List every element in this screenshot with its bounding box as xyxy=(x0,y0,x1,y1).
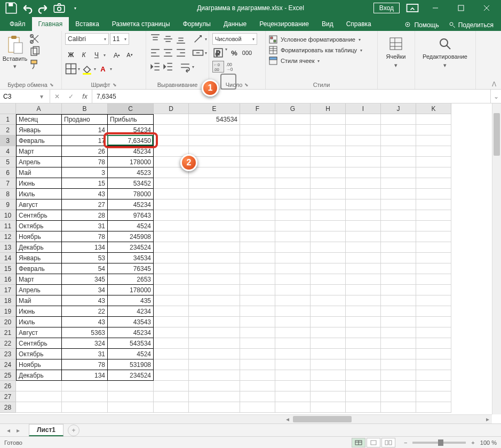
cell[interactable] xyxy=(189,146,240,157)
cell[interactable] xyxy=(189,242,240,253)
cell[interactable]: Октябрь xyxy=(16,349,62,359)
cell[interactable]: 7,63450 xyxy=(108,135,154,146)
cell[interactable] xyxy=(381,231,416,242)
row-header[interactable]: 24 xyxy=(0,359,16,370)
number-format-select[interactable]: Числовой▾ xyxy=(212,33,257,45)
cell[interactable] xyxy=(189,157,240,167)
row-header[interactable]: 9 xyxy=(0,199,16,210)
cell[interactable] xyxy=(381,285,416,295)
cell[interactable]: 45234 xyxy=(108,199,154,210)
cell-styles-button[interactable]: Стили ячеек▾ xyxy=(269,57,320,65)
cell[interactable]: 4523 xyxy=(108,167,154,178)
cell[interactable] xyxy=(240,178,275,189)
cell[interactable] xyxy=(346,231,381,242)
cell[interactable] xyxy=(346,381,381,391)
cell[interactable] xyxy=(154,274,189,285)
tab-review[interactable]: Рецензирование xyxy=(253,17,315,31)
cell[interactable] xyxy=(240,167,275,178)
cell[interactable] xyxy=(311,210,346,221)
cell[interactable] xyxy=(189,370,240,381)
cell[interactable] xyxy=(416,370,451,381)
row-header[interactable]: 26 xyxy=(0,381,16,391)
font-color-icon[interactable]: А xyxy=(97,63,109,75)
cell[interactable] xyxy=(416,295,451,306)
cell[interactable]: 324 xyxy=(62,338,108,349)
cell[interactable]: Май xyxy=(16,295,62,306)
formula-input[interactable]: 7,6345 xyxy=(92,90,490,103)
cell[interactable]: 26 xyxy=(62,146,108,157)
cell[interactable] xyxy=(416,285,451,295)
cell[interactable] xyxy=(108,381,154,391)
cell[interactable] xyxy=(189,199,240,210)
minimize-button[interactable] xyxy=(423,0,448,16)
copy-icon[interactable] xyxy=(29,46,41,58)
row-header[interactable]: 22 xyxy=(0,338,16,349)
cell[interactable] xyxy=(381,381,416,391)
cell[interactable] xyxy=(62,402,108,413)
cell[interactable] xyxy=(346,125,381,135)
cell[interactable] xyxy=(381,125,416,135)
column-header[interactable]: G xyxy=(275,103,311,114)
cell[interactable] xyxy=(240,253,275,263)
cell[interactable] xyxy=(154,125,189,135)
cell[interactable]: 234524 xyxy=(108,242,154,253)
cell[interactable]: 22 xyxy=(62,306,108,317)
cell[interactable]: 178000 xyxy=(108,285,154,295)
cell[interactable]: 43 xyxy=(62,317,108,327)
cells-button[interactable]: Ячейки ▾ xyxy=(381,33,411,71)
add-sheet-button[interactable]: + xyxy=(68,425,79,436)
cell[interactable] xyxy=(275,391,311,402)
cell[interactable]: 97643 xyxy=(108,210,154,221)
cell[interactable] xyxy=(346,189,381,199)
cell[interactable]: 4524 xyxy=(108,349,154,359)
cell[interactable] xyxy=(275,338,311,349)
tab-data[interactable]: Данные xyxy=(217,17,253,31)
align-left-icon[interactable] xyxy=(149,47,161,59)
cell[interactable] xyxy=(311,327,346,338)
row-header[interactable]: 17 xyxy=(0,285,16,295)
cell[interactable] xyxy=(311,242,346,253)
cell[interactable] xyxy=(311,231,346,242)
cell[interactable] xyxy=(311,274,346,285)
cell[interactable] xyxy=(240,210,275,221)
cell[interactable] xyxy=(189,327,240,338)
cell[interactable] xyxy=(311,285,346,295)
cell[interactable]: Июль xyxy=(16,317,62,327)
percent-format-icon[interactable]: % xyxy=(228,47,240,59)
cell[interactable] xyxy=(189,221,240,231)
accounting-format-icon[interactable]: ₽ xyxy=(212,47,224,59)
cell[interactable] xyxy=(381,210,416,221)
cell[interactable] xyxy=(416,317,451,327)
cell[interactable] xyxy=(154,178,189,189)
cell[interactable] xyxy=(154,221,189,231)
cell[interactable] xyxy=(62,391,108,402)
cell[interactable] xyxy=(189,317,240,327)
cell[interactable] xyxy=(381,253,416,263)
cell[interactable] xyxy=(311,391,346,402)
cell[interactable]: 3 xyxy=(62,167,108,178)
cell[interactable]: 4234 xyxy=(108,306,154,317)
column-header[interactable]: C xyxy=(108,103,154,114)
cell[interactable] xyxy=(416,221,451,231)
row-header[interactable]: 15 xyxy=(0,263,16,274)
cell[interactable]: 43 xyxy=(62,295,108,306)
cell[interactable] xyxy=(240,242,275,253)
cell[interactable] xyxy=(154,285,189,295)
increase-decimal-icon[interactable]: ←0.00 xyxy=(212,61,224,73)
cell[interactable] xyxy=(381,402,416,413)
cell[interactable] xyxy=(154,157,189,167)
decrease-font-icon[interactable]: A▾ xyxy=(124,49,136,61)
cell[interactable] xyxy=(346,306,381,317)
cell[interactable] xyxy=(275,114,311,125)
cell[interactable] xyxy=(240,381,275,391)
cell[interactable] xyxy=(189,210,240,221)
share-button[interactable]: Поделиться xyxy=(446,19,497,31)
cell[interactable]: 43 xyxy=(62,189,108,199)
cell[interactable] xyxy=(311,370,346,381)
cell[interactable]: 34534 xyxy=(108,253,154,263)
zoom-in-button[interactable]: + xyxy=(469,439,476,446)
cell[interactable] xyxy=(346,253,381,263)
cell[interactable]: Продано xyxy=(62,114,108,125)
format-painter-icon[interactable] xyxy=(29,59,41,70)
column-header[interactable]: A xyxy=(16,103,62,114)
